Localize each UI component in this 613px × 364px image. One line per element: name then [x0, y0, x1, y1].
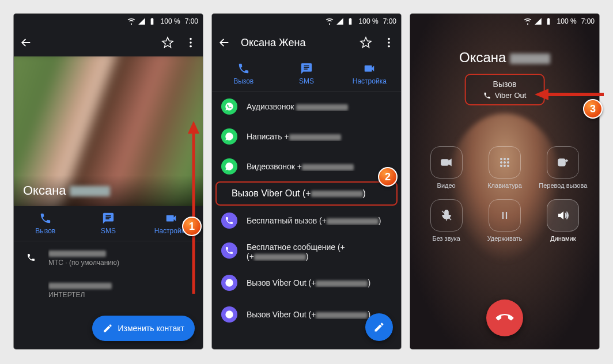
svg-point-16	[507, 161, 509, 163]
viber-icon	[225, 216, 234, 225]
toolbar	[14, 29, 203, 56]
message-icon	[102, 212, 115, 225]
tab-settings[interactable]: Настройка	[338, 56, 401, 91]
phone-icon	[39, 212, 52, 225]
star-icon[interactable]	[360, 36, 372, 49]
btn-keypad[interactable]: Клавиатура	[475, 146, 533, 189]
edit-fab[interactable]	[365, 313, 393, 341]
phone-number-row-1[interactable]: МТС · (по умолчанию)	[14, 241, 203, 274]
video-icon	[363, 62, 376, 75]
svg-point-13	[507, 158, 509, 160]
contact-name: Оксана	[14, 175, 203, 206]
status-bar: 100 % 7:00	[212, 14, 401, 29]
screenshot-active-call: 100 % 7:00 Оксана Вызов Viber Out Видео …	[410, 14, 599, 349]
clock: 7:00	[185, 17, 198, 25]
page-title: Оксана Жена	[241, 37, 349, 49]
row-viber-free-call[interactable]: Бесплатный вызов (+)	[212, 206, 401, 236]
video-icon	[440, 156, 453, 169]
battery-percent: 100 %	[161, 17, 180, 25]
svg-rect-10	[441, 160, 448, 165]
contact-photo: Оксана	[14, 56, 203, 206]
viber-icon	[225, 278, 234, 287]
svg-point-5	[388, 38, 390, 40]
whatsapp-icon	[225, 162, 234, 171]
call-controls: Видео Клавиатура Перевод вызова Без звук…	[410, 146, 599, 242]
btn-speaker[interactable]: Динамик	[534, 199, 592, 242]
pencil-icon	[103, 323, 113, 333]
transfer-icon	[556, 156, 570, 169]
tab-call[interactable]: Вызов	[14, 206, 77, 241]
whatsapp-icon	[225, 102, 234, 111]
annotation-badge-3: 3	[583, 99, 603, 119]
viber-icon	[225, 246, 234, 255]
svg-point-2	[190, 46, 192, 48]
back-icon[interactable]	[218, 36, 230, 49]
svg-point-8	[225, 279, 233, 286]
more-icon[interactable]	[184, 36, 197, 49]
svg-point-11	[500, 158, 502, 160]
annotation-arrow-up	[188, 121, 199, 294]
battery-percent: 100 %	[557, 17, 577, 25]
btn-video[interactable]: Видео	[417, 146, 475, 189]
phone-icon	[493, 306, 517, 330]
star-icon[interactable]	[161, 36, 174, 49]
tab-call[interactable]: Вызов	[212, 56, 275, 91]
svg-point-19	[507, 165, 509, 166]
battery-icon	[544, 17, 553, 25]
btn-mute[interactable]: Без звука	[417, 199, 475, 242]
tab-sms[interactable]: SMS	[275, 56, 338, 91]
clock: 7:00	[383, 17, 396, 25]
svg-point-1	[190, 41, 192, 44]
row-viber-out-2[interactable]: Вызов Viber Out (+)	[212, 268, 401, 298]
row-viber-out[interactable]: Вызов Viber Out (+)	[232, 188, 366, 199]
signal-icon	[336, 17, 344, 25]
svg-point-12	[504, 158, 505, 160]
row-whatsapp-audio[interactable]: Аудиозвонок	[212, 92, 401, 122]
screenshot-contact-actions: 100 % 7:00 Оксана Жена Вызов SMS Настрой…	[212, 14, 401, 349]
tab-sms[interactable]: SMS	[77, 206, 139, 241]
phone-icon	[27, 253, 36, 262]
annotation-badge-2: 2	[378, 167, 398, 187]
signal-icon	[534, 17, 542, 25]
row-whatsapp-write[interactable]: Написать +	[212, 122, 401, 151]
viber-icon	[225, 310, 234, 319]
end-call-button[interactable]	[486, 299, 523, 336]
phone-out-icon	[483, 92, 491, 100]
message-icon	[300, 62, 313, 75]
speaker-icon	[556, 208, 570, 222]
status-bar: 100 % 7:00	[410, 14, 599, 29]
svg-point-14	[500, 161, 502, 163]
action-tabs: Вызов SMS Настройка	[212, 56, 401, 92]
highlighted-viber-out-row: Вызов Viber Out (+)	[215, 181, 398, 206]
annotation-badge-1: 1	[182, 217, 202, 236]
toolbar: Оксана Жена	[212, 29, 401, 56]
whatsapp-icon	[225, 132, 234, 141]
more-icon[interactable]	[383, 36, 395, 49]
btn-hold[interactable]: Удерживать	[475, 199, 533, 242]
back-icon[interactable]	[20, 36, 32, 49]
mute-icon	[440, 208, 453, 222]
svg-marker-4	[188, 121, 199, 134]
svg-point-6	[388, 41, 390, 44]
svg-point-0	[190, 38, 192, 40]
action-tabs: Вызов SMS Настройка	[14, 206, 203, 241]
row-viber-free-msg[interactable]: Бесплатное сообщение (+(+)	[212, 236, 401, 268]
svg-point-17	[500, 165, 502, 166]
edit-contact-fab[interactable]: Изменить контакт	[92, 316, 195, 341]
status-bar: 100 % 7:00	[14, 14, 203, 29]
battery-icon	[148, 17, 156, 25]
call-contact-name: Оксана	[410, 50, 599, 66]
svg-point-9	[225, 310, 233, 318]
row-whatsapp-video[interactable]: Видеозвонок +	[212, 151, 401, 181]
call-status-label: Вызов	[483, 79, 527, 89]
wifi-icon	[524, 17, 532, 25]
svg-rect-20	[558, 159, 565, 166]
btn-transfer[interactable]: Перевод вызова	[534, 146, 592, 189]
keypad-icon	[498, 156, 512, 169]
pencil-icon	[373, 321, 385, 333]
phone-number-row-2[interactable]: ИНТЕРТЕЛ	[14, 274, 203, 306]
svg-point-7	[388, 46, 390, 48]
battery-icon	[346, 17, 354, 25]
pause-icon	[498, 208, 512, 222]
svg-marker-25	[535, 89, 548, 100]
